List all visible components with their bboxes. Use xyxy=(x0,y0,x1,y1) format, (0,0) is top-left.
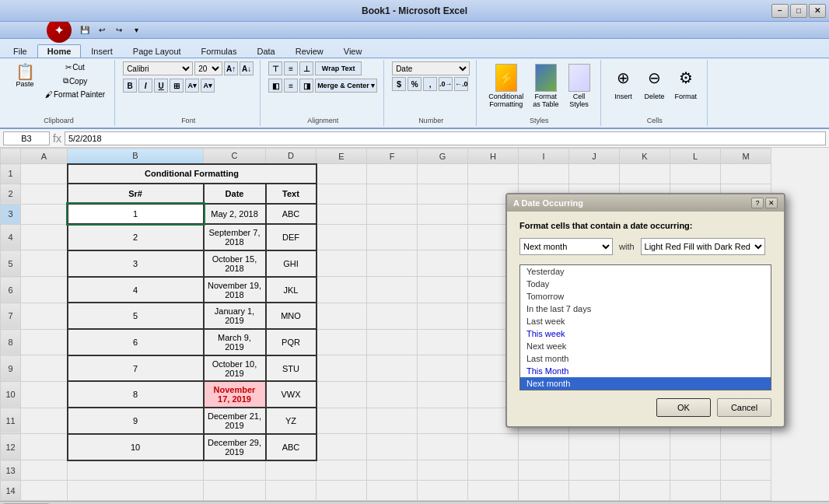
dropdown-item-thisweek[interactable]: This week xyxy=(520,327,771,340)
dialog-help-btn[interactable]: ? xyxy=(751,198,764,208)
dropdown-item-yesterday[interactable]: Yesterday xyxy=(520,265,771,278)
dropdown-item-nextmonth[interactable]: Next month xyxy=(520,377,771,390)
dropdown-item-lastmonth[interactable]: Last month xyxy=(520,352,771,365)
dialog-close-btn[interactable]: ✕ xyxy=(765,198,778,208)
dialog-ok-button[interactable]: OK xyxy=(656,398,711,417)
dialog-title-text: A Date Occurring xyxy=(513,198,583,208)
dialog-overlay: A Date Occurring ? ✕ Format cells that c… xyxy=(0,0,829,504)
dropdown-item-lastweek[interactable]: Last week xyxy=(520,315,771,327)
with-label-text: with xyxy=(619,242,635,251)
dropdown-item-last7days[interactable]: In the last 7 days xyxy=(520,303,771,315)
dialog-title-bar: A Date Occurring ? ✕ xyxy=(507,194,784,212)
dialog-window-controls: ? ✕ xyxy=(751,198,778,208)
dropdown-item-thismonth[interactable]: This Month xyxy=(520,365,771,377)
dropdown-list: Yesterday Today Tomorrow In the last 7 d… xyxy=(519,264,771,390)
date-occurring-dialog: A Date Occurring ? ✕ Format cells that c… xyxy=(505,193,785,428)
format-style-select[interactable]: Light Red Fill with Dark Red Text Yellow… xyxy=(641,238,765,255)
dropdown-item-tomorrow[interactable]: Tomorrow xyxy=(520,290,771,303)
dialog-buttons: OK Cancel xyxy=(519,398,771,417)
date-occurrence-select[interactable]: Yesterday Today Tomorrow In the last 7 d… xyxy=(519,238,613,255)
dropdown-item-nextweek[interactable]: Next week xyxy=(520,340,771,352)
dialog-cancel-button[interactable]: Cancel xyxy=(717,398,771,417)
dialog-instruction-text: Format cells that contain a date occurri… xyxy=(519,221,771,230)
dialog-body: Format cells that contain a date occurri… xyxy=(507,212,784,426)
dropdown-item-today[interactable]: Today xyxy=(520,278,771,290)
dialog-controls-row: Yesterday Today Tomorrow In the last 7 d… xyxy=(519,238,771,255)
